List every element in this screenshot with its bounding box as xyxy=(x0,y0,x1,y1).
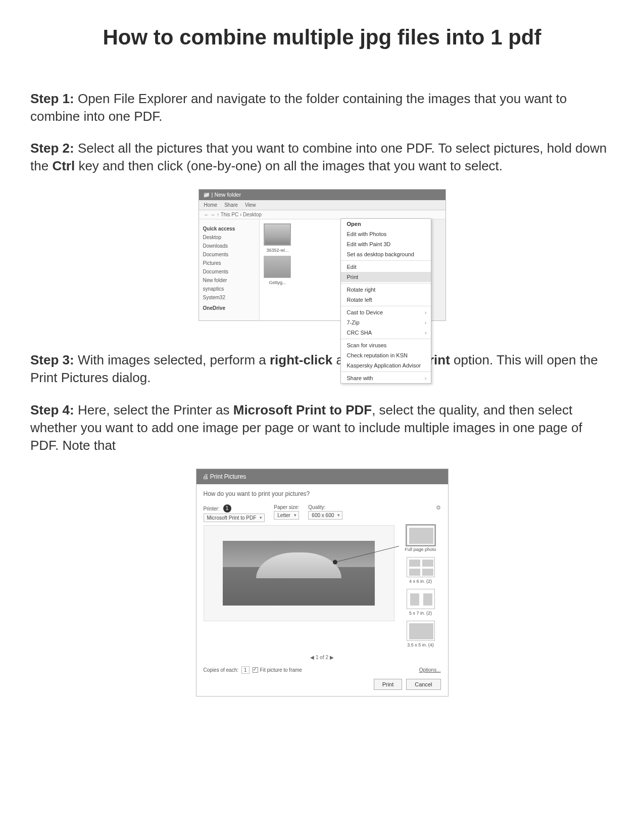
sidebar-item-documents-2[interactable]: Documents xyxy=(203,267,257,276)
image-thumb-icon xyxy=(264,223,291,246)
ctx-edit-paint3d[interactable]: Edit with Paint 3D xyxy=(341,239,431,249)
ctx-ksn[interactable]: Check reputation in KSN xyxy=(341,350,431,360)
chevron-right-icon: › xyxy=(425,309,427,315)
layout-thumb-icon xyxy=(407,525,435,545)
fit-to-frame-label: Fit picture to frame xyxy=(260,667,302,673)
ctx-share-with[interactable]: Share with› xyxy=(341,373,431,383)
paper-size-label: Paper size: xyxy=(274,504,299,510)
layout-thumb-icon xyxy=(407,621,435,641)
layout-list: Full page photo 4 x 6 in. (2) 5 x 7 in. … xyxy=(401,525,441,653)
copies-label: Copies of each: xyxy=(204,667,239,673)
explorer-window-title: New folder xyxy=(214,192,241,198)
print-dialog-title: Print Pictures xyxy=(210,473,246,480)
sidebar-item-documents[interactable]: Documents xyxy=(203,250,257,259)
step-4-label: Step 4: xyxy=(30,402,74,418)
sidebar-item-pictures[interactable]: Pictures xyxy=(203,259,257,267)
ctx-crc-label: CRC SHA xyxy=(347,330,372,336)
ctx-rotate-right[interactable]: Rotate right xyxy=(341,285,431,295)
ctx-separator xyxy=(341,260,431,261)
sidebar-item-newfolder[interactable]: New folder xyxy=(203,276,257,285)
chevron-right-icon: › xyxy=(425,319,427,326)
layout-3x5-label: 3.5 x 5 in. (4) xyxy=(401,642,441,647)
sidebar-item-downloads[interactable]: Downloads xyxy=(203,242,257,250)
step-2-text-b: key and then click (one-by-one) on all t… xyxy=(75,158,503,173)
paper-size-select[interactable]: Letter xyxy=(274,511,299,520)
ctx-separator xyxy=(341,306,431,306)
ctx-7zip[interactable]: 7-Zip› xyxy=(341,317,431,328)
print-pager: ◀ 1 of 2 ▶ xyxy=(204,655,441,660)
ctx-share-label: Share with xyxy=(347,375,373,381)
step-3-label: Step 3: xyxy=(30,352,74,367)
help-icon[interactable]: ⚙ xyxy=(436,504,441,511)
tab-home[interactable]: Home xyxy=(204,202,218,208)
ctx-cast-label: Cast to Device xyxy=(347,309,383,315)
ctx-kaspersky-advisor[interactable]: Kaspersky Application Advisor xyxy=(341,360,431,370)
tab-share[interactable]: Share xyxy=(224,202,238,208)
step-3: Step 3: With images selected, perform a … xyxy=(30,351,614,387)
ctx-rotate-left[interactable]: Rotate left xyxy=(341,295,431,305)
tab-view[interactable]: View xyxy=(245,202,256,208)
cancel-button[interactable]: Cancel xyxy=(406,679,440,690)
ctx-7zip-label: 7-Zip xyxy=(347,319,360,326)
sidebar-item-system32[interactable]: System32 xyxy=(203,293,257,302)
ctx-print[interactable]: Print xyxy=(341,272,431,282)
ctx-separator xyxy=(341,372,431,372)
figure-file-explorer: 📁 | New folder Home Share View ← → ↑ Thi… xyxy=(199,189,446,321)
ctx-cast-to-device[interactable]: Cast to Device› xyxy=(341,307,431,317)
step-1-text: Open File Explorer and navigate to the f… xyxy=(30,91,567,124)
sidebar-item-synaptics[interactable]: synaptics xyxy=(203,285,257,293)
options-link[interactable]: Options... xyxy=(419,667,441,673)
step-2-ctrl: Ctrl xyxy=(52,158,75,173)
sidebar-item-desktop[interactable]: Desktop xyxy=(203,233,257,242)
print-button[interactable]: Print xyxy=(374,679,403,690)
layout-full-page[interactable]: Full page photo xyxy=(401,525,441,552)
layout-4x6-label: 4 x 6 in. (2) xyxy=(401,579,441,584)
print-dialog-titlebar: 🖨 Print Pictures xyxy=(196,469,448,484)
file-name-2: Gettyg... xyxy=(264,280,292,285)
layout-thumb-icon xyxy=(407,557,435,577)
step-2: Step 2: Select all the pictures that you… xyxy=(30,140,614,175)
preview-photo xyxy=(223,541,375,606)
explorer-address-text: This PC › Desktop xyxy=(221,212,262,217)
pager-text: 1 of 2 xyxy=(316,655,328,660)
printer-select[interactable]: Microsoft Print to PDF xyxy=(204,514,265,522)
context-menu: Open Edit with Photos Edit with Paint 3D… xyxy=(340,218,431,384)
step-1-label: Step 1: xyxy=(30,91,74,106)
explorer-content: 36352-wi... Gettyg... Open Edit with Pho… xyxy=(260,219,445,320)
layout-3x5[interactable]: 3.5 x 5 in. (4) xyxy=(401,621,441,647)
layout-thumb-icon xyxy=(407,589,435,609)
print-preview xyxy=(204,525,394,621)
image-thumb-icon xyxy=(264,256,291,278)
ctx-edit[interactable]: Edit xyxy=(341,262,431,272)
ctx-separator xyxy=(341,283,431,284)
printer-label-text: Printer: xyxy=(204,505,220,511)
ctx-set-background[interactable]: Set as desktop background xyxy=(341,249,431,259)
ctx-crc-sha[interactable]: CRC SHA› xyxy=(341,328,431,338)
chevron-right-icon: › xyxy=(425,375,427,381)
quality-label: Quality: xyxy=(308,504,342,510)
explorer-titlebar: 📁 | New folder xyxy=(199,190,445,200)
quality-select[interactable]: 600 x 600 xyxy=(308,511,342,520)
copies-spinner[interactable]: 1 xyxy=(241,666,250,674)
callout-badge-1: 1 xyxy=(223,504,231,513)
ctx-open[interactable]: Open xyxy=(341,219,431,229)
explorer-sidebar: Quick access Desktop Downloads Documents… xyxy=(199,219,260,320)
step-3-rightclick: right-click xyxy=(270,352,332,367)
step-4-msprint: Microsoft Print to PDF xyxy=(233,402,372,418)
checkbox-icon xyxy=(253,667,258,673)
layout-full-label: Full page photo xyxy=(401,547,441,552)
ctx-separator xyxy=(341,339,431,339)
step-2-label: Step 2: xyxy=(30,141,74,156)
chevron-right-icon: › xyxy=(425,330,427,336)
page-title: How to combine multiple jpg files into 1… xyxy=(30,25,614,50)
layout-4x6[interactable]: 4 x 6 in. (2) xyxy=(401,557,441,584)
ctx-edit-photos[interactable]: Edit with Photos xyxy=(341,229,431,239)
ctx-scan-viruses[interactable]: Scan for viruses xyxy=(341,340,431,350)
print-dialog-question: How do you want to print your pictures? xyxy=(204,490,441,497)
layout-5x7[interactable]: 5 x 7 in. (2) xyxy=(401,589,441,616)
step-4-text-a: Here, select the Printer as xyxy=(74,402,233,418)
sidebar-onedrive[interactable]: OneDrive xyxy=(203,304,257,312)
fit-to-frame-checkbox[interactable]: Fit picture to frame xyxy=(253,667,302,673)
sidebar-quick-access[interactable]: Quick access xyxy=(203,224,257,233)
step-3-text-a: With images selected, perform a xyxy=(74,352,270,367)
